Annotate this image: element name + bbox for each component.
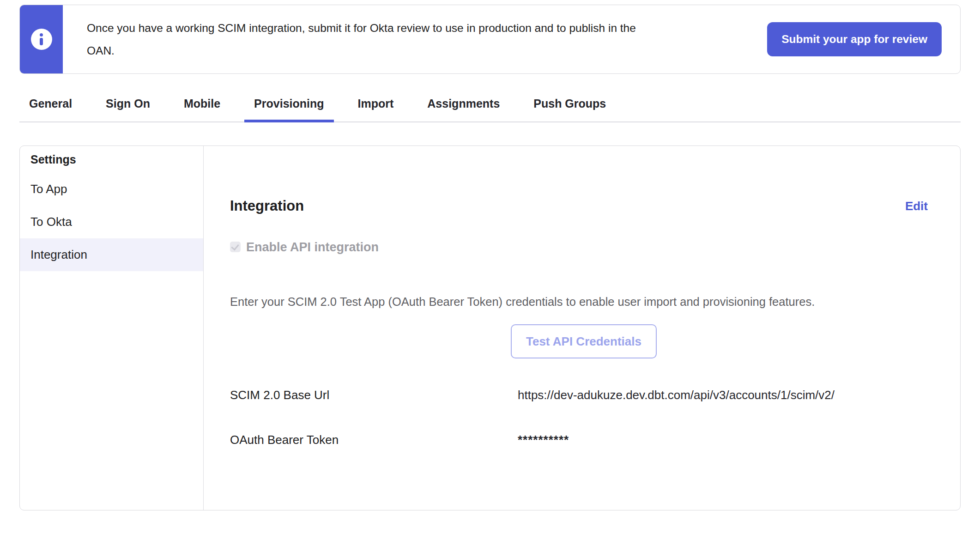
sidebar-item-integration[interactable]: Integration: [20, 238, 203, 271]
tab-mobile[interactable]: Mobile: [174, 97, 230, 121]
scim-base-url-value: https://dev-adukuze.dev.dbt.com/api/v3/a…: [518, 388, 835, 402]
tab-assignments[interactable]: Assignments: [417, 97, 509, 121]
banner-accent: [20, 5, 63, 73]
scim-base-url-label: SCIM 2.0 Base Url: [230, 388, 518, 402]
tab-import[interactable]: Import: [348, 97, 404, 121]
page-title: Integration: [230, 198, 304, 214]
test-api-credentials-button[interactable]: Test API Credentials: [511, 324, 657, 358]
tab-sign-on[interactable]: Sign On: [96, 97, 160, 121]
info-banner: Once you have a working SCIM integration…: [19, 5, 961, 74]
tab-general[interactable]: General: [19, 97, 82, 121]
settings-sidebar: Settings To App To Okta Integration: [20, 146, 204, 510]
oauth-bearer-token-row: OAuth Bearer Token **********: [230, 433, 928, 447]
info-icon: [31, 29, 52, 50]
banner-message: Once you have a working SCIM integration…: [63, 5, 767, 73]
tab-push-groups[interactable]: Push Groups: [524, 97, 616, 121]
credentials-description: Enter your SCIM 2.0 Test App (OAuth Bear…: [230, 295, 928, 309]
sidebar-item-to-app[interactable]: To App: [20, 173, 203, 206]
enable-api-integration-label: Enable API integration: [246, 240, 379, 255]
edit-link[interactable]: Edit: [905, 199, 928, 213]
oauth-bearer-token-value: **********: [518, 433, 569, 447]
enable-api-integration-row: Enable API integration: [230, 240, 928, 255]
sidebar-item-to-okta[interactable]: To Okta: [20, 206, 203, 238]
submit-app-for-review-button[interactable]: Submit your app for review: [767, 22, 942, 56]
integration-header: Integration Edit: [230, 198, 928, 214]
sidebar-header: Settings: [20, 146, 203, 173]
scim-base-url-row: SCIM 2.0 Base Url https://dev-adukuze.de…: [230, 388, 928, 402]
enable-api-integration-checkbox[interactable]: [230, 242, 241, 252]
integration-panel: Integration Edit Enable API integration …: [204, 146, 960, 510]
provisioning-card: Settings To App To Okta Integration Inte…: [19, 146, 961, 510]
oauth-bearer-token-label: OAuth Bearer Token: [230, 433, 518, 447]
tab-provisioning[interactable]: Provisioning: [244, 97, 333, 121]
tab-bar: General Sign On Mobile Provisioning Impo…: [19, 74, 961, 122]
